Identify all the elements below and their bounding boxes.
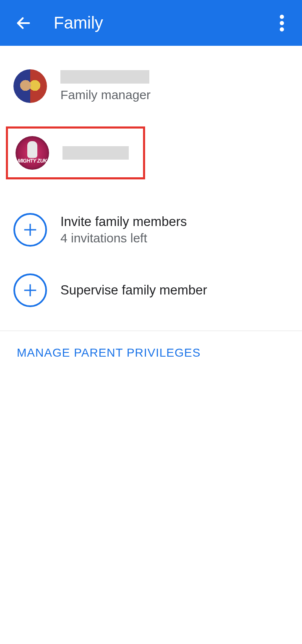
avatar [16,136,49,170]
plus-icon [22,222,38,238]
member-name-redacted [60,70,149,84]
plus-circle-icon [13,213,47,247]
action-info: Supervise family member [60,283,207,298]
svg-point-1 [280,15,284,19]
supervise-member-row[interactable]: Supervise family member [0,260,302,321]
page-title: Family [54,13,272,32]
member-role: Family manager [60,88,151,102]
highlighted-member-container [6,126,145,179]
more-vert-icon [280,15,284,32]
overflow-menu-button[interactable] [272,13,292,33]
manage-parent-privileges-link[interactable]: MANAGE PARENT PRIVILEGES [0,331,302,375]
supervise-title: Supervise family member [60,283,207,298]
family-member-row[interactable] [16,133,135,173]
invite-members-row[interactable]: Invite family members 4 invitations left [0,200,302,260]
svg-point-3 [280,27,284,32]
plus-circle-icon [13,273,47,307]
back-button[interactable] [13,13,34,33]
member-name-redacted [62,146,129,160]
svg-point-2 [280,21,284,25]
member-info: Family manager [60,70,151,102]
arrow-back-icon [15,15,32,32]
app-bar: Family [0,0,302,46]
member-info [62,146,129,160]
action-info: Invite family members 4 invitations left [60,214,187,245]
content: Family manager Invite family members 4 i… [0,46,302,375]
family-manager-row[interactable]: Family manager [0,66,302,106]
plus-icon [22,282,38,298]
avatar [13,69,47,103]
invite-title: Invite family members [60,214,187,229]
invite-subtitle: 4 invitations left [60,231,187,245]
